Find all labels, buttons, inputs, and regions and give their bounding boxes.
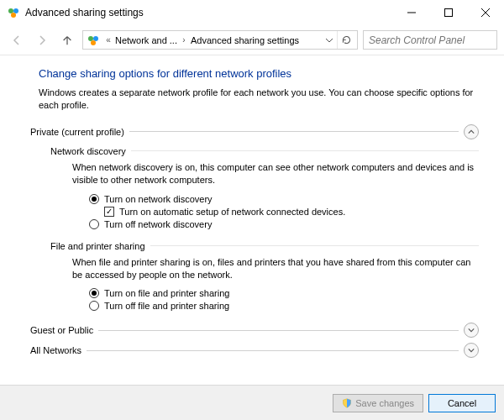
group-network-discovery-title: Network discovery — [50, 146, 126, 156]
maximize-button[interactable] — [430, 0, 467, 25]
page-heading: Change sharing options for different net… — [39, 67, 479, 80]
shield-icon — [342, 398, 352, 408]
navigation-bar: « Network and ... › Advanced sharing set… — [0, 25, 504, 55]
search-input[interactable] — [369, 34, 496, 46]
radio-icon[interactable] — [89, 219, 99, 229]
breadcrumb-root-chevron[interactable]: « — [103, 35, 113, 45]
collapse-icon[interactable] — [464, 124, 479, 139]
svg-point-2 — [11, 13, 16, 18]
radio-fp-off-label: Turn off file and printer sharing — [104, 301, 229, 311]
section-private-header[interactable]: Private (current profile) — [30, 124, 479, 139]
title-bar: Advanced sharing settings — [0, 0, 504, 25]
section-guest-label: Guest or Public — [30, 325, 93, 335]
forward-button[interactable] — [32, 30, 52, 50]
back-button[interactable] — [7, 30, 27, 50]
control-panel-icon — [7, 6, 20, 19]
cancel-button[interactable]: Cancel — [428, 394, 496, 412]
network-icon — [87, 34, 100, 47]
network-discovery-desc: When network discovery is on, this compu… — [72, 161, 479, 187]
group-network-discovery: Network discovery — [50, 146, 479, 156]
radio-nd-on-label: Turn on network discovery — [104, 194, 213, 204]
address-dropdown[interactable] — [322, 36, 337, 45]
checkbox-icon[interactable] — [104, 207, 114, 217]
main-content: Change sharing options for different net… — [0, 55, 504, 385]
checkbox-auto-setup-label: Turn on automatic setup of network conne… — [119, 207, 345, 217]
page-description: Windows creates a separate network profi… — [39, 87, 479, 113]
footer-bar: Save changes Cancel — [0, 385, 504, 420]
breadcrumb-seg-network[interactable]: Network and ... — [113, 35, 179, 45]
search-box[interactable] — [363, 30, 497, 50]
svg-point-8 — [93, 36, 98, 41]
address-bar[interactable]: « Network and ... › Advanced sharing set… — [82, 30, 358, 50]
refresh-button[interactable] — [337, 31, 355, 49]
save-changes-button[interactable]: Save changes — [333, 394, 423, 412]
svg-point-0 — [8, 8, 13, 13]
svg-point-9 — [91, 40, 96, 45]
radio-nd-off[interactable]: Turn off network discovery — [89, 219, 479, 229]
save-changes-label: Save changes — [355, 398, 414, 408]
radio-fp-off[interactable]: Turn off file and printer sharing — [89, 301, 479, 311]
window-title: Advanced sharing settings — [25, 7, 393, 18]
svg-point-1 — [13, 8, 18, 13]
radio-fp-on-label: Turn on file and printer sharing — [104, 288, 229, 298]
svg-point-7 — [88, 36, 93, 41]
cancel-label: Cancel — [448, 398, 476, 408]
radio-nd-on[interactable]: Turn on network discovery — [89, 194, 479, 204]
minimize-button[interactable] — [393, 0, 430, 25]
svg-rect-4 — [445, 9, 453, 17]
group-file-printer: File and printer sharing — [50, 241, 479, 251]
group-file-printer-title: File and printer sharing — [50, 241, 145, 251]
section-private-label: Private (current profile) — [30, 127, 124, 137]
breadcrumb-seg-advanced[interactable]: Advanced sharing settings — [189, 35, 301, 45]
file-printer-desc: When file and printer sharing is on, fil… — [72, 256, 479, 282]
radio-icon[interactable] — [89, 288, 99, 298]
section-guest-header[interactable]: Guest or Public — [30, 323, 479, 338]
chevron-right-icon[interactable]: › — [179, 35, 189, 45]
up-button[interactable] — [57, 30, 77, 50]
close-button[interactable] — [467, 0, 504, 25]
radio-icon[interactable] — [89, 194, 99, 204]
radio-nd-off-label: Turn off network discovery — [104, 219, 212, 229]
radio-icon[interactable] — [89, 301, 99, 311]
checkbox-auto-setup[interactable]: Turn on automatic setup of network conne… — [104, 207, 479, 217]
section-allnetworks-label: All Networks — [30, 345, 81, 355]
expand-icon[interactable] — [464, 343, 479, 358]
section-allnetworks-header[interactable]: All Networks — [30, 343, 479, 358]
expand-icon[interactable] — [464, 323, 479, 338]
radio-fp-on[interactable]: Turn on file and printer sharing — [89, 288, 479, 298]
